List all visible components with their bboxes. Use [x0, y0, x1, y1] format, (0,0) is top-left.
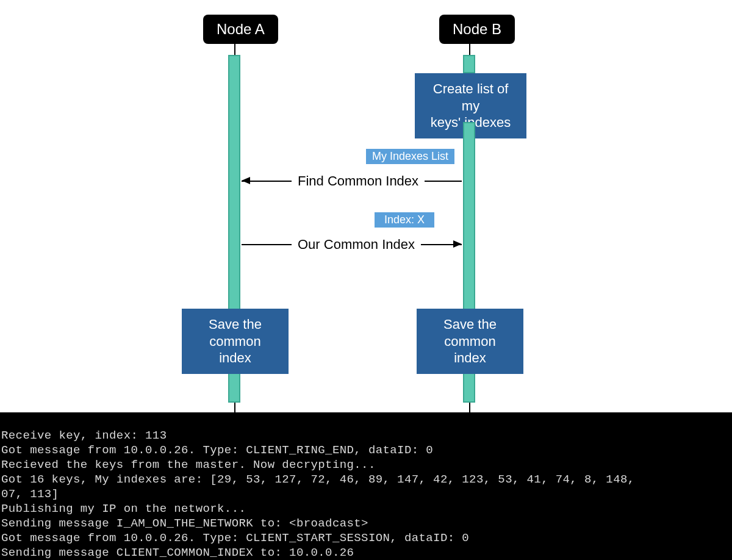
- lifeline-b-connector-bottom: [469, 403, 470, 412]
- lifeline-a-connector-top: [234, 44, 235, 55]
- arrow-our-common: [453, 240, 462, 248]
- terminal-line-4: 07, 113]: [1, 487, 59, 501]
- tag-my-indexes-label: My Indexes List: [372, 150, 448, 162]
- lifeline-b-upper: [463, 55, 475, 73]
- terminal-line-5: Publishing my IP on the network...: [1, 502, 246, 515]
- arrow-find-common: [242, 177, 250, 184]
- terminal-line-0: Receive key, index: 113: [1, 429, 167, 442]
- node-b-label: Node B: [453, 21, 501, 37]
- terminal-line-6: Sending message I_AM_ON_THE_NETWORK to: …: [1, 517, 368, 530]
- action-save-a-label: Save the common index: [209, 317, 262, 365]
- lifeline-b-connector-top: [469, 44, 470, 55]
- tag-my-indexes: My Indexes List: [366, 149, 454, 164]
- message-find-common: Find Common Index: [292, 172, 425, 190]
- terminal-line-2: Recieved the keys from the master. Now d…: [1, 458, 376, 472]
- node-a-header: Node A: [203, 15, 278, 44]
- terminal-line-7: Got message from 10.0.0.26. Type: CLIENT…: [1, 531, 469, 545]
- action-save-a: Save the common index: [182, 309, 289, 374]
- message-our-common: Our Common Index: [292, 235, 421, 254]
- message-find-common-label: Find Common Index: [298, 173, 418, 188]
- sequence-diagram: Node A Node B Create list of my keys' in…: [0, 0, 732, 412]
- terminal-line-8: Sending message CLIENT_COMMON_INDEX to: …: [1, 546, 354, 559]
- node-a-label: Node A: [217, 21, 265, 37]
- tag-index-x: Index: X: [375, 212, 434, 228]
- terminal-line-1: Got message from 10.0.0.26. Type: CLIENT…: [1, 443, 433, 457]
- lifeline-a-connector-bottom: [234, 403, 235, 412]
- message-our-common-label: Our Common Index: [298, 237, 415, 252]
- node-b-header: Node B: [439, 15, 515, 44]
- action-save-b: Save the common index: [417, 309, 523, 374]
- terminal-output: Receive key, index: 113 Got message from…: [0, 412, 732, 560]
- terminal-line-3: Got 16 keys, My indexes are: [29, 53, 12…: [1, 473, 635, 486]
- tag-index-x-label: Index: X: [384, 214, 425, 226]
- action-save-b-label: Save the common index: [443, 317, 497, 365]
